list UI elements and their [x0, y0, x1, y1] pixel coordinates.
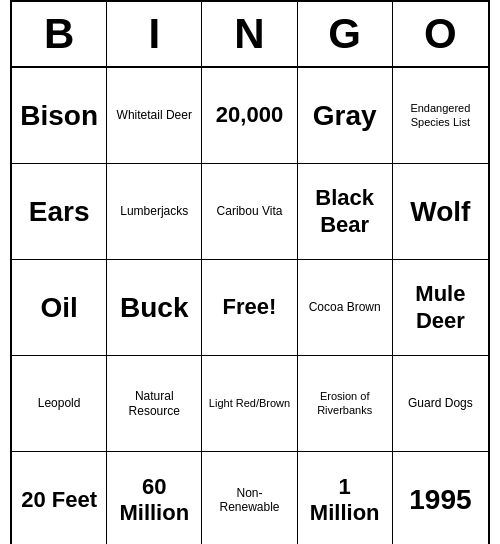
- cell-text-0: Bison: [20, 99, 98, 133]
- cell-16: Natural Resource: [107, 356, 202, 452]
- cell-text-3: Gray: [313, 99, 377, 133]
- cell-14: Mule Deer: [393, 260, 488, 356]
- cell-11: Buck: [107, 260, 202, 356]
- cell-text-13: Cocoa Brown: [309, 300, 381, 314]
- cell-text-8: Black Bear: [304, 185, 386, 238]
- cell-text-14: Mule Deer: [399, 281, 482, 334]
- header-letter-o: O: [393, 2, 488, 66]
- header-letter-g: G: [298, 2, 393, 66]
- cell-text-10: Oil: [40, 291, 77, 325]
- cell-text-12: Free!: [223, 294, 277, 320]
- cell-2: 20,000: [202, 68, 297, 164]
- cell-8: Black Bear: [298, 164, 393, 260]
- header-letter-n: N: [202, 2, 297, 66]
- cell-5: Ears: [12, 164, 107, 260]
- cell-text-20: 20 Feet: [21, 487, 97, 513]
- cell-0: Bison: [12, 68, 107, 164]
- cell-text-6: Lumberjacks: [120, 204, 188, 218]
- cell-17: Light Red/Brown: [202, 356, 297, 452]
- cell-18: Erosion of Riverbanks: [298, 356, 393, 452]
- cell-text-16: Natural Resource: [113, 389, 195, 418]
- cell-text-2: 20,000: [216, 102, 283, 128]
- cell-text-24: 1995: [409, 483, 471, 517]
- cell-4: Endangered Species List: [393, 68, 488, 164]
- bingo-header: BINGO: [12, 2, 488, 68]
- cell-20: 20 Feet: [12, 452, 107, 544]
- cell-6: Lumberjacks: [107, 164, 202, 260]
- header-letter-i: I: [107, 2, 202, 66]
- cell-19: Guard Dogs: [393, 356, 488, 452]
- cell-text-22: Non-Renewable: [208, 486, 290, 515]
- cell-10: Oil: [12, 260, 107, 356]
- cell-13: Cocoa Brown: [298, 260, 393, 356]
- cell-text-7: Caribou Vita: [217, 204, 283, 218]
- cell-1: Whitetail Deer: [107, 68, 202, 164]
- cell-15: Leopold: [12, 356, 107, 452]
- cell-text-18: Erosion of Riverbanks: [304, 390, 386, 416]
- cell-text-5: Ears: [29, 195, 90, 229]
- bingo-card: BINGO BisonWhitetail Deer20,000GrayEndan…: [10, 0, 490, 544]
- cell-text-15: Leopold: [38, 396, 81, 410]
- cell-23: 1 Million: [298, 452, 393, 544]
- cell-text-19: Guard Dogs: [408, 396, 473, 410]
- cell-text-1: Whitetail Deer: [117, 108, 192, 122]
- cell-text-4: Endangered Species List: [399, 102, 482, 128]
- cell-text-9: Wolf: [410, 195, 470, 229]
- cell-22: Non-Renewable: [202, 452, 297, 544]
- header-letter-b: B: [12, 2, 107, 66]
- cell-24: 1995: [393, 452, 488, 544]
- cell-12: Free!: [202, 260, 297, 356]
- bingo-grid: BisonWhitetail Deer20,000GrayEndangered …: [12, 68, 488, 544]
- cell-text-21: 60 Million: [113, 474, 195, 527]
- cell-3: Gray: [298, 68, 393, 164]
- cell-9: Wolf: [393, 164, 488, 260]
- cell-7: Caribou Vita: [202, 164, 297, 260]
- cell-text-17: Light Red/Brown: [209, 397, 290, 410]
- cell-text-23: 1 Million: [304, 474, 386, 527]
- cell-text-11: Buck: [120, 291, 188, 325]
- cell-21: 60 Million: [107, 452, 202, 544]
